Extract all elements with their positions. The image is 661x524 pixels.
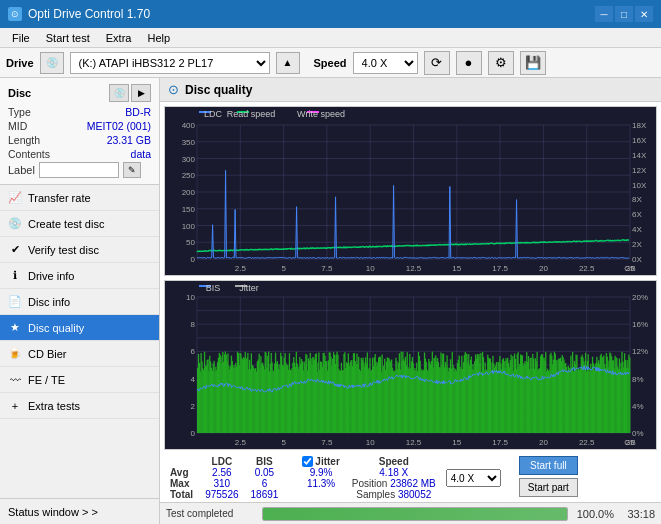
position-value: 23862 MB [390, 478, 436, 489]
window-title: Opti Drive Control 1.70 [28, 7, 150, 21]
sidebar-item-create-test-disc[interactable]: 💿 Create test disc [0, 211, 159, 237]
jitter-checkbox[interactable] [302, 456, 313, 467]
label-input[interactable] [39, 162, 119, 178]
menu-extra[interactable]: Extra [98, 30, 140, 46]
maximize-button[interactable]: □ [615, 6, 633, 22]
charts-container [160, 102, 661, 454]
jitter-header: Jitter [296, 456, 345, 467]
sidebar-item-label: CD Bier [28, 348, 67, 360]
extra-tests-icon: + [8, 399, 22, 413]
sidebar: Disc 💿 ▶ Type BD-R MID MEIT02 (001) Leng… [0, 78, 160, 524]
contents-value: data [131, 148, 151, 160]
avg-jitter: 9.9% [296, 467, 345, 478]
avg-label: Avg [164, 467, 199, 478]
minimize-button[interactable]: ─ [595, 6, 613, 22]
speed-col-header: Speed [346, 456, 442, 467]
mid-label: MID [8, 120, 27, 132]
disc-quality-icon: ★ [8, 321, 22, 335]
disc-info-icon: 📄 [8, 295, 22, 309]
sidebar-item-disc-info[interactable]: 📄 Disc info [0, 289, 159, 315]
sidebar-item-fe-te[interactable]: 〰 FE / TE [0, 367, 159, 393]
sidebar-item-extra-tests[interactable]: + Extra tests [0, 393, 159, 419]
start-full-button[interactable]: Start full [519, 456, 578, 475]
eject-button[interactable]: ▲ [276, 52, 300, 74]
elapsed-time: 33:18 [620, 508, 655, 520]
status-window-button[interactable]: Status window > > [0, 498, 159, 524]
total-bis: 18691 [245, 489, 285, 500]
sidebar-item-verify-test-disc[interactable]: ✔ Verify test disc [0, 237, 159, 263]
jitter-label: Jitter [315, 456, 339, 467]
speed-dropdown[interactable]: 4.0 X [446, 469, 501, 487]
sidebar-item-label: Verify test disc [28, 244, 99, 256]
type-label: Type [8, 106, 31, 118]
content-header: ⊙ Disc quality [160, 78, 661, 102]
create-test-disc-icon: 💿 [8, 217, 22, 231]
ldc-canvas [165, 107, 657, 276]
save-button[interactable]: 💾 [520, 51, 546, 75]
close-button[interactable]: ✕ [635, 6, 653, 22]
record-button[interactable]: ● [456, 51, 482, 75]
sidebar-item-label: Disc quality [28, 322, 84, 334]
contents-label: Contents [8, 148, 50, 160]
samples-label: Samples [356, 489, 398, 500]
stats-table: LDC BIS Jitter Speed [164, 456, 507, 500]
drive-label: Drive [6, 57, 34, 69]
drive-info-icon: ℹ [8, 269, 22, 283]
disc-info-panel: Disc 💿 ▶ Type BD-R MID MEIT02 (001) Leng… [0, 78, 159, 185]
verify-test-disc-icon: ✔ [8, 243, 22, 257]
sidebar-item-disc-quality[interactable]: ★ Disc quality [0, 315, 159, 341]
progress-bar-container [262, 507, 568, 521]
start-part-button[interactable]: Start part [519, 478, 578, 497]
disc-icon-2[interactable]: ▶ [131, 84, 151, 102]
status-text: Test completed [166, 508, 256, 519]
action-buttons: Start full Start part [519, 456, 578, 497]
bis-header: BIS [245, 456, 285, 467]
progress-bar-fill [263, 508, 567, 520]
content-title: Disc quality [185, 83, 252, 97]
label-label: Label [8, 164, 35, 176]
progress-area: Test completed 100.0% 33:18 [160, 502, 661, 524]
status-window-label: Status window > > [8, 506, 98, 518]
drive-icon-button[interactable]: 💿 [40, 52, 64, 74]
ldc-chart [164, 106, 657, 276]
sidebar-item-label: Create test disc [28, 218, 104, 230]
disc-icon-1[interactable]: 💿 [109, 84, 129, 102]
length-value: 23.31 GB [107, 134, 151, 146]
fe-te-icon: 〰 [8, 373, 22, 387]
progress-percent: 100.0% [574, 508, 614, 520]
drivebar: Drive 💿 (K:) ATAPI iHBS312 2 PL17 ▲ Spee… [0, 48, 661, 78]
total-label: Total [164, 489, 199, 500]
disc-panel-title: Disc [8, 87, 31, 99]
sidebar-item-drive-info[interactable]: ℹ Drive info [0, 263, 159, 289]
speed-select[interactable]: 4.0 X [353, 52, 418, 74]
content-area: ⊙ Disc quality LDC BIS [160, 78, 661, 524]
transfer-rate-icon: 📈 [8, 191, 22, 205]
menu-help[interactable]: Help [139, 30, 178, 46]
menu-file[interactable]: File [4, 30, 38, 46]
max-ldc: 310 [199, 478, 244, 489]
mid-value: MEIT02 (001) [87, 120, 151, 132]
max-jitter: 11.3% [296, 478, 345, 489]
speed-label: Speed [314, 57, 347, 69]
label-edit-button[interactable]: ✎ [123, 162, 141, 178]
app-icon: ⊙ [8, 7, 22, 21]
sidebar-item-label: Transfer rate [28, 192, 91, 204]
max-bis: 6 [245, 478, 285, 489]
samples-value: 380052 [398, 489, 431, 500]
menu-start-test[interactable]: Start test [38, 30, 98, 46]
avg-bis: 0.05 [245, 467, 285, 478]
settings-button[interactable]: ⚙ [488, 51, 514, 75]
sidebar-nav: 📈 Transfer rate 💿 Create test disc ✔ Ver… [0, 185, 159, 498]
sidebar-item-transfer-rate[interactable]: 📈 Transfer rate [0, 185, 159, 211]
menubar: File Start test Extra Help [0, 28, 661, 48]
titlebar: ⊙ Opti Drive Control 1.70 ─ □ ✕ [0, 0, 661, 28]
bis-chart [164, 280, 657, 450]
total-ldc: 975526 [199, 489, 244, 500]
length-label: Length [8, 134, 40, 146]
sidebar-item-cd-bier[interactable]: 🍺 CD Bier [0, 341, 159, 367]
type-value: BD-R [125, 106, 151, 118]
drive-select[interactable]: (K:) ATAPI iHBS312 2 PL17 [70, 52, 270, 74]
sidebar-item-label: Extra tests [28, 400, 80, 412]
ldc-header: LDC [199, 456, 244, 467]
refresh-button[interactable]: ⟳ [424, 51, 450, 75]
